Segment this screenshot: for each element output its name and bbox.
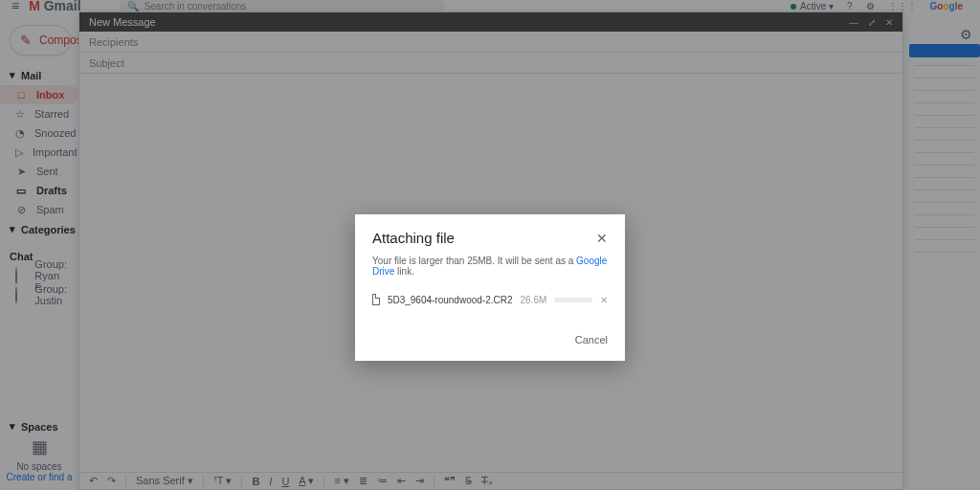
close-icon[interactable]: ✕ — [596, 231, 608, 246]
file-icon — [372, 294, 380, 305]
cancel-button[interactable]: Cancel — [575, 334, 608, 345]
dialog-message: Your file is larger than 25MB. It will b… — [372, 256, 608, 277]
attaching-file-dialog: Attaching file ✕ Your file is larger tha… — [355, 214, 625, 361]
upload-file-row: 5D3_9604-roundwood-2.CR2 26.6M ✕ — [372, 294, 608, 305]
cancel-upload-icon[interactable]: ✕ — [600, 295, 608, 305]
upload-file-name: 5D3_9604-roundwood-2.CR2 — [388, 295, 513, 305]
upload-progress-bar — [554, 298, 592, 302]
upload-file-size: 26.6M — [521, 295, 547, 305]
dialog-title: Attaching file — [372, 230, 455, 246]
